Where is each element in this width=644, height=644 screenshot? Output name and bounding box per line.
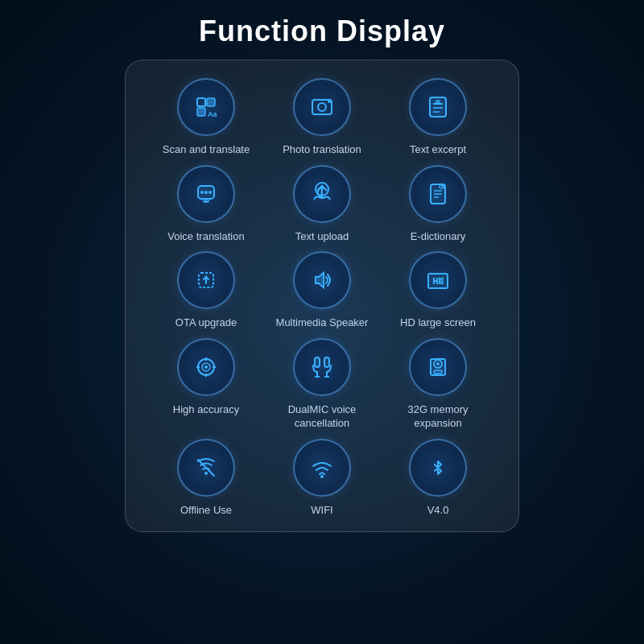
voice-translation-icon xyxy=(177,165,235,223)
memory-expansion-icon xyxy=(409,338,467,396)
svg-point-15 xyxy=(208,191,212,194)
page-title: Function Display xyxy=(199,14,445,48)
e-dictionary-label: E-dictionary xyxy=(411,229,466,244)
text-upload-label: Text upload xyxy=(295,229,349,244)
svg-rect-1 xyxy=(207,98,215,106)
feature-item-bluetooth: V4.0 xyxy=(386,439,490,518)
feature-item-photo-translation: Photo translation xyxy=(270,78,374,157)
feature-item-ota-upgrade: OTA upgrade xyxy=(154,251,258,330)
feature-item-memory-expansion: 32G memory expansion xyxy=(386,338,490,431)
high-accuracy-icon xyxy=(177,338,235,396)
e-dictionary-icon xyxy=(409,165,467,223)
svg-point-50 xyxy=(204,472,208,475)
wifi-label: WIFI xyxy=(311,503,332,518)
multimedia-speaker-icon xyxy=(293,251,351,309)
svg-text:Aa: Aa xyxy=(208,110,217,118)
text-upload-icon xyxy=(293,165,351,223)
scan-translate-icon: Aa xyxy=(177,78,235,136)
feature-card: Aa Scan and translate Photo translation xyxy=(125,60,519,532)
svg-point-13 xyxy=(200,191,204,194)
feature-item-text-upload: Text upload xyxy=(270,165,374,244)
feature-item-scan-translate: Aa Scan and translate xyxy=(154,78,258,157)
feature-item-offline-use: Offline Use xyxy=(154,439,258,518)
svg-rect-24 xyxy=(440,184,444,188)
voice-translation-label: Voice translation xyxy=(167,229,244,244)
multimedia-speaker-label: Multimedia Speaker xyxy=(276,316,369,330)
feature-item-high-accuracy: High accuracy xyxy=(154,338,258,417)
svg-point-6 xyxy=(328,100,331,103)
svg-rect-11 xyxy=(436,100,440,103)
offline-use-icon xyxy=(177,439,235,497)
feature-item-wifi: WIFI xyxy=(270,439,374,518)
bluetooth-label: V4.0 xyxy=(427,503,449,518)
feature-item-hd-screen: HD large screen xyxy=(386,251,490,330)
text-excerpt-icon xyxy=(409,78,467,136)
ota-upgrade-label: OTA upgrade xyxy=(175,316,237,330)
photo-translation-icon xyxy=(293,78,351,136)
ota-upgrade-icon xyxy=(177,251,235,309)
hd-screen-label: HD large screen xyxy=(400,316,476,330)
svg-rect-40 xyxy=(315,357,320,367)
offline-use-label: Offline Use xyxy=(180,503,232,518)
svg-point-39 xyxy=(204,365,208,369)
high-accuracy-label: High accuracy xyxy=(173,402,239,417)
svg-rect-41 xyxy=(324,357,329,367)
svg-point-14 xyxy=(204,191,208,194)
feature-item-dual-mic: DualMIC voice cancellation xyxy=(270,338,374,431)
feature-item-voice-translation: Voice translation xyxy=(154,165,258,244)
feature-row-1: Aa Scan and translate Photo translation xyxy=(148,78,496,157)
bluetooth-icon xyxy=(409,439,467,497)
feature-item-multimedia-speaker: Multimedia Speaker xyxy=(270,251,374,330)
dual-mic-icon xyxy=(293,338,351,396)
feature-row-2: Voice translation Text upload xyxy=(148,165,496,244)
dual-mic-label: DualMIC voice cancellation xyxy=(270,402,374,431)
svg-point-52 xyxy=(320,475,324,478)
memory-expansion-label: 32G memory expansion xyxy=(386,402,490,431)
feature-row-5: Offline Use WIFI V4.0 xyxy=(148,439,496,518)
feature-row-4: High accuracy DualMIC voice cancellation xyxy=(148,338,496,431)
feature-row-3: OTA upgrade Multimedia Speaker xyxy=(148,251,496,330)
svg-rect-0 xyxy=(197,98,205,106)
hd-screen-icon xyxy=(409,251,467,309)
feature-item-text-excerpt: Text excerpt xyxy=(386,78,490,157)
wifi-icon xyxy=(293,439,351,497)
svg-point-48 xyxy=(436,362,440,365)
scan-translate-label: Scan and translate xyxy=(163,142,250,157)
photo-translation-label: Photo translation xyxy=(283,142,361,157)
svg-point-5 xyxy=(318,103,326,111)
text-excerpt-label: Text excerpt xyxy=(410,142,466,157)
feature-item-e-dictionary: E-dictionary xyxy=(386,165,490,244)
svg-rect-49 xyxy=(434,370,442,374)
svg-rect-2 xyxy=(197,108,205,116)
